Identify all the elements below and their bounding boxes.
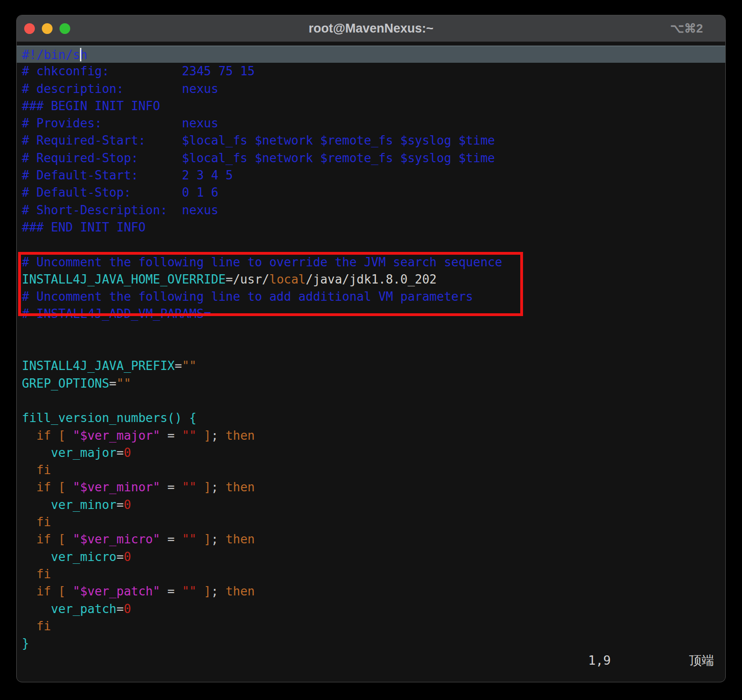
code-line: ver_patch=0 — [17, 601, 725, 618]
code-segment: fi — [22, 567, 51, 581]
code-segment: # chkconfig: 2345 75 15 — [22, 64, 255, 78]
code-segment: #!/bin/sh — [22, 48, 87, 62]
code-segment: then — [219, 480, 255, 494]
code-segment: ; — [211, 429, 219, 442]
code-segment: if [ — [22, 480, 73, 494]
scroll-position-label: 顶端 — [689, 651, 714, 670]
code-segment: then — [219, 532, 255, 546]
vim-status-line: 1,9 顶端 — [17, 651, 725, 670]
code-segment: "" — [182, 359, 196, 373]
code-segment: GREP_OPTIONS — [22, 376, 109, 390]
code-line: if [ "$ver_patch" = "" ]; then — [17, 583, 725, 600]
code-line: ### BEGIN INIT INFO — [17, 98, 725, 115]
code-line: fi — [17, 462, 725, 479]
code-segment: fi — [22, 515, 51, 529]
code-line: if [ "$ver_minor" = "" ]; then — [17, 479, 725, 496]
code-segment: fi — [22, 463, 51, 477]
code-line: # Provides: nexus — [17, 115, 725, 132]
code-line: INSTALL4J_JAVA_PREFIX="" — [17, 357, 725, 375]
code-segment: 0 — [124, 446, 131, 460]
code-segment: ; — [211, 532, 219, 546]
code-segment: "$ver_minor" — [73, 480, 160, 494]
code-line: # Required-Stop: $local_fs $network $rem… — [17, 150, 725, 167]
code-line: if [ "$ver_major" = "" ]; then — [17, 427, 725, 444]
code-segment: ; — [211, 584, 219, 598]
code-line: fi — [17, 514, 725, 531]
code-segment: ver_patch — [22, 602, 117, 616]
code-line: fill_version_numbers() { — [17, 409, 725, 427]
annotation-box — [18, 252, 523, 316]
code-segment: INSTALL4J_JAVA_PREFIX — [22, 359, 175, 373]
code-segment: # Short-Description: nexus — [22, 203, 219, 217]
code-segment: ver_micro — [22, 550, 117, 564]
code-segment: # Default-Start: 2 3 4 5 — [22, 168, 233, 182]
code-line: ver_major=0 — [17, 444, 725, 462]
code-segment: fi — [22, 619, 51, 633]
terminal-window: root@MavenNexus:~ ⌥⌘2 #!/bin/sh# chkconf… — [16, 15, 726, 682]
window-title: root@MavenNexus:~ — [17, 15, 725, 42]
code-line: # chkconfig: 2345 75 15 — [17, 63, 725, 80]
code-line: # Short-Description: nexus — [17, 202, 725, 219]
code-segment: = — [117, 602, 124, 616]
code-line: ver_minor=0 — [17, 496, 725, 514]
code-line: GREP_OPTIONS="" — [17, 375, 725, 392]
code-segment: ### BEGIN INIT INFO — [22, 99, 160, 113]
code-segment: ] — [197, 532, 211, 546]
code-line — [17, 340, 725, 357]
code-segment: = — [117, 498, 124, 512]
code-segment: 0 — [124, 498, 131, 512]
code-segment: "" — [182, 532, 196, 546]
code-segment: "$ver_micro" — [73, 532, 160, 546]
code-line — [17, 323, 725, 340]
code-segment: ] — [197, 429, 211, 442]
code-segment: ] — [197, 480, 211, 494]
code-segment: } — [22, 636, 29, 650]
window-titlebar[interactable]: root@MavenNexus:~ ⌥⌘2 — [17, 15, 725, 42]
code-segment: "" — [117, 376, 131, 390]
code-segment: = — [160, 584, 182, 598]
code-segment: = — [117, 550, 124, 564]
code-segment: if [ — [22, 584, 73, 598]
code-segment: then — [219, 584, 255, 598]
code-segment: # Default-Stop: 0 1 6 — [22, 185, 219, 199]
code-segment: = — [117, 446, 124, 460]
code-segment: fill_version_numbers() { — [22, 411, 197, 425]
code-line: # description: nexus — [17, 80, 725, 98]
window-tab-shortcut: ⌥⌘2 — [670, 15, 703, 42]
code-segment: ver_minor — [22, 498, 117, 512]
code-segment: = — [109, 376, 117, 390]
code-line: ### END INIT INFO — [17, 219, 725, 236]
cursor-position-ruler: 1,9 — [588, 651, 611, 670]
code-line — [17, 236, 725, 253]
terminal-content[interactable]: #!/bin/sh# chkconfig: 2345 75 15# descri… — [17, 42, 725, 682]
code-line: ver_micro=0 — [17, 548, 725, 566]
code-segment: if [ — [22, 429, 73, 442]
code-line: # Required-Start: $local_fs $network $re… — [17, 132, 725, 149]
screenshot-stage: root@MavenNexus:~ ⌥⌘2 #!/bin/sh# chkconf… — [0, 0, 742, 700]
code-segment: then — [219, 429, 255, 442]
code-segment: # Required-Start: $local_fs $network $re… — [22, 133, 495, 147]
code-line: } — [17, 635, 725, 652]
code-segment: "$ver_patch" — [73, 584, 160, 598]
code-line — [17, 392, 725, 409]
code-segment: "$ver_major" — [73, 429, 160, 442]
code-segment: = — [175, 359, 182, 373]
code-segment: if [ — [22, 532, 73, 546]
code-segment: = — [160, 480, 182, 494]
code-segment: "" — [182, 584, 196, 598]
code-segment: "" — [182, 429, 196, 442]
text-cursor — [80, 48, 81, 61]
code-segment: ### END INIT INFO — [22, 220, 146, 234]
code-line: fi — [17, 618, 725, 635]
code-segment: = — [160, 429, 182, 442]
code-segment: 0 — [124, 550, 131, 564]
code-line: fi — [17, 566, 725, 583]
code-segment: "" — [182, 480, 196, 494]
code-line: # Default-Stop: 0 1 6 — [17, 184, 725, 201]
code-segment: 0 — [124, 602, 131, 616]
code-segment: ; — [211, 480, 219, 494]
code-segment: = — [160, 532, 182, 546]
code-segment: ] — [197, 584, 211, 598]
code-segment: # Required-Stop: $local_fs $network $rem… — [22, 151, 495, 165]
code-segment: # description: nexus — [22, 82, 219, 96]
